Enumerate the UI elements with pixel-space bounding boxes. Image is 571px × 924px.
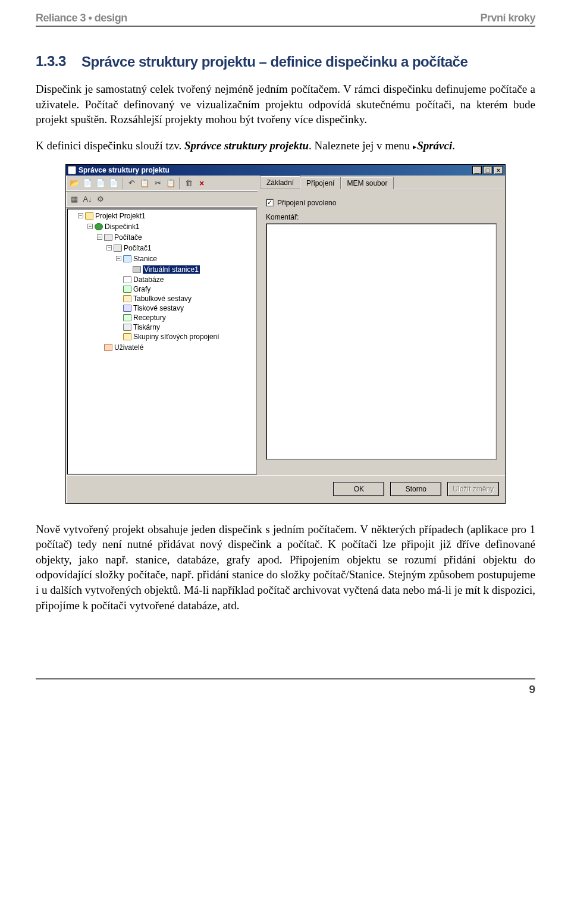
tab-memfile[interactable]: MEM soubor <box>340 177 394 189</box>
recipe-icon <box>123 314 131 321</box>
station-icon <box>133 266 141 273</box>
project-tree[interactable]: Projekt Projekt1 Dispečink1 <box>67 208 257 475</box>
table-icon <box>123 295 131 302</box>
app-icon <box>68 166 76 174</box>
paste-icon[interactable]: 📋 <box>165 177 177 189</box>
open-icon[interactable]: 📂 <box>68 177 80 189</box>
toolbar-sep-1 <box>122 177 123 189</box>
graph-icon <box>123 286 131 293</box>
header-right: První kroky <box>480 12 535 24</box>
ok-button[interactable]: OK <box>333 482 384 496</box>
header-rule <box>36 26 535 27</box>
tree-folder[interactable]: Receptury <box>116 313 255 322</box>
connection-enabled-row[interactable]: ✓ Připojení povoleno <box>266 199 497 207</box>
para2-emph-d: Správci <box>417 139 452 152</box>
tree-computers-folder[interactable]: Počítače Počítač1 <box>97 233 255 343</box>
para2-plain-e: . <box>452 139 455 152</box>
tree-users[interactable]: Uživatelé <box>97 343 255 352</box>
tree-folder[interactable]: Databáze <box>116 275 255 284</box>
computers-icon <box>104 234 112 241</box>
tree-station-selected[interactable]: Virtuální stanice1 <box>126 265 255 274</box>
tree-label: Databáze <box>133 275 164 284</box>
page-header: Reliance 3 • design První kroky <box>36 12 535 24</box>
footer-rule <box>36 678 535 679</box>
tree-label: Tiskové sestavy <box>133 304 184 312</box>
expand-icon[interactable] <box>106 245 112 250</box>
para2-emph-b: Správce struktury projektu <box>184 139 309 152</box>
tab-basic[interactable]: Základní <box>260 176 300 189</box>
expand-icon[interactable] <box>78 213 83 218</box>
checkbox-connection-enabled[interactable]: ✓ <box>266 199 274 206</box>
network-icon <box>123 333 131 340</box>
new3-icon[interactable]: 📄 <box>108 177 120 189</box>
titlebar[interactable]: Správce struktury projektu _ □ × <box>66 165 505 176</box>
tree-folder[interactable]: Grafy <box>116 284 255 294</box>
dialog-buttons: OK Storno Uložit změny <box>66 475 505 503</box>
toolbar-sep-2 <box>179 177 180 189</box>
trash-icon[interactable]: 🗑 <box>183 177 194 189</box>
comment-textarea[interactable] <box>266 223 497 460</box>
cancel-button[interactable]: Storno <box>390 482 441 496</box>
tree-label: Stanice <box>133 255 157 263</box>
tree-folder[interactable]: Skupiny síťových propojení <box>116 332 255 342</box>
maximize-button[interactable]: □ <box>483 166 492 174</box>
undo-icon[interactable]: ↶ <box>126 177 137 189</box>
tree-stations-folder[interactable]: Stanice Virtuální stanice1 <box>116 254 255 275</box>
para2-plain-c: . Naleznete jej v menu <box>309 139 413 152</box>
minimize-button[interactable]: _ <box>472 166 482 174</box>
tree-label: Tiskárny <box>133 323 160 331</box>
user-icon <box>104 344 112 351</box>
para2-plain-a: K definici dispečinku slouží tzv. <box>36 139 184 152</box>
close-button[interactable]: × <box>494 166 503 174</box>
expand-icon[interactable] <box>97 234 102 240</box>
tree-label: Dispečink1 <box>105 223 140 231</box>
tab-connection[interactable]: Připojení <box>300 177 341 189</box>
cut-icon[interactable]: ✂ <box>152 177 164 189</box>
paragraph-1: Dispečink je samostatný celek tvořený ne… <box>36 82 535 127</box>
globe-icon <box>95 223 103 230</box>
tree-label: Projekt Projekt1 <box>95 212 146 220</box>
printer-icon <box>123 324 131 331</box>
tree-folder[interactable]: Tiskárny <box>116 322 255 332</box>
tree-folder[interactable]: Tabulkové sestavy <box>116 294 255 303</box>
tree-folder[interactable]: Tiskové sestavy <box>116 303 255 313</box>
checkbox-label: Připojení povoleno <box>277 199 336 207</box>
main-toolbar: 📂 📄 📄 📄 ↶ 📋 ✂ 📋 🗑 × <box>66 176 258 192</box>
tree-label: Počítače <box>114 233 142 242</box>
new1-icon[interactable]: 📄 <box>81 177 93 189</box>
section-title: Správce struktury projektu – definice di… <box>81 53 535 71</box>
tree-label: Grafy <box>133 285 150 293</box>
header-left: Reliance 3 • design <box>36 12 127 24</box>
tab-bar: Základní Připojení MEM soubor <box>258 176 505 189</box>
folder-icon <box>85 212 93 220</box>
delete-icon[interactable]: × <box>196 177 208 189</box>
section-number: 1.3.3 <box>36 53 66 71</box>
app-window: Správce struktury projektu _ □ × 📂 📄 📄 📄… <box>65 164 506 504</box>
page-number: 9 <box>36 683 535 696</box>
tree-label-selected: Virtuální stanice1 <box>143 265 200 274</box>
section-heading: 1.3.3 Správce struktury projektu – defin… <box>36 53 535 71</box>
secondary-toolbar: ▦ A↓ ⚙ <box>66 192 258 208</box>
gear-icon[interactable]: ⚙ <box>95 193 106 205</box>
copy-icon[interactable]: 📋 <box>139 177 150 189</box>
new2-icon[interactable]: 📄 <box>95 177 106 189</box>
expand-icon[interactable] <box>116 256 121 261</box>
page-footer: 9 <box>36 678 535 696</box>
tree-computer[interactable]: Počítač1 Stanice <box>106 243 255 342</box>
sort-icon[interactable]: A↓ <box>81 193 93 205</box>
tree-label: Tabulkové sestavy <box>133 295 192 303</box>
paragraph-2: K definici dispečinku slouží tzv. Správc… <box>36 138 535 154</box>
tree-label: Uživatelé <box>114 343 143 352</box>
print-report-icon <box>123 305 131 312</box>
stations-icon <box>123 255 131 262</box>
comment-label: Komentář: <box>266 213 497 221</box>
tree-dispatch[interactable]: Dispečink1 Počítače <box>87 222 255 353</box>
tree-label: Skupiny síťových propojení <box>133 333 219 341</box>
save-button: Uložit změny <box>447 482 499 496</box>
tree-label: Receptury <box>133 314 166 322</box>
paragraph-3: Nově vytvořený projekt obsahuje jeden di… <box>36 522 535 613</box>
grid-icon[interactable]: ▦ <box>68 193 80 205</box>
database-icon <box>123 276 131 283</box>
expand-icon[interactable] <box>87 224 93 229</box>
tree-root[interactable]: Projekt Projekt1 Dispečink1 <box>78 211 255 353</box>
